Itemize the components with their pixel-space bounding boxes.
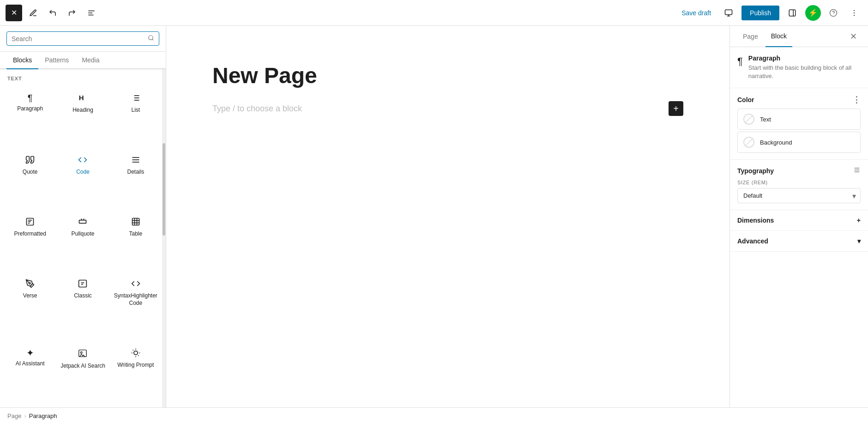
tools-button[interactable] — [25, 5, 42, 21]
block-item-ai-assistant[interactable]: ✦ AI Assistant — [5, 343, 55, 404]
tab-media[interactable]: Media — [75, 52, 106, 68]
block-label-writing-prompt: Writing Prompt — [117, 362, 154, 369]
block-label-details: Details — [127, 169, 144, 176]
code-icon — [78, 155, 87, 166]
breadcrumb: Page › Paragraph — [0, 407, 868, 424]
text-color-label: Text — [760, 116, 771, 123]
scroll-thumb[interactable] — [163, 143, 165, 236]
block-info-icon: ¶ — [737, 55, 743, 67]
block-item-list[interactable]: List — [110, 88, 161, 148]
search-icon — [148, 35, 154, 42]
page-title[interactable]: New Page — [212, 63, 683, 88]
block-label-jetpack-ai-search: Jetpack AI Search — [60, 363, 105, 370]
topbar-right: Save draft Publish ⚡ — [677, 5, 862, 21]
jetpack-icon: ⚡ — [808, 8, 818, 17]
search-bar — [0, 26, 166, 52]
publish-button[interactable]: Publish — [741, 6, 779, 20]
block-item-details[interactable]: Details — [110, 150, 161, 210]
block-item-classic[interactable]: Classic — [57, 273, 108, 341]
block-item-writing-prompt[interactable]: Writing Prompt — [110, 343, 161, 404]
redo-button[interactable] — [64, 5, 80, 21]
undo-button[interactable] — [44, 5, 61, 21]
right-panel: Page Block ✕ ¶ Paragraph Start with the … — [729, 26, 868, 407]
sidebar-toggle-button[interactable] — [784, 5, 801, 21]
svg-rect-29 — [79, 220, 86, 224]
block-info-name: Paragraph — [748, 55, 861, 62]
syntaxhighlighter-icon — [131, 279, 140, 290]
preformatted-icon — [25, 217, 35, 228]
color-row-text[interactable]: Text — [737, 109, 861, 130]
background-color-swatch[interactable] — [743, 137, 754, 148]
tab-patterns[interactable]: Patterns — [38, 52, 75, 68]
block-label-table: Table — [129, 230, 142, 238]
block-label-classic: Classic — [74, 292, 92, 300]
document-overview-button[interactable] — [83, 5, 100, 21]
left-panel: Blocks Patterns Media TEXT ¶ Paragraph H… — [0, 26, 166, 407]
block-item-table[interactable]: Table — [110, 212, 161, 272]
svg-point-43 — [134, 351, 138, 355]
placeholder-text: Type / to choose a block — [212, 104, 302, 114]
typography-options-button[interactable] — [853, 166, 861, 175]
canvas[interactable]: New Page Type / to choose a block + — [166, 26, 729, 407]
block-item-code[interactable]: Code — [57, 150, 108, 210]
block-label-code: Code — [76, 169, 90, 176]
tab-blocks[interactable]: Blocks — [6, 52, 38, 69]
text-color-swatch[interactable] — [743, 114, 754, 125]
block-label-list: List — [131, 107, 140, 114]
breadcrumb-paragraph[interactable]: Paragraph — [29, 412, 57, 419]
quote-icon — [25, 155, 35, 166]
block-item-pullquote[interactable]: Pullquote — [57, 212, 108, 272]
block-item-syntaxhighlighter[interactable]: SyntaxHighlighter Code — [110, 273, 161, 341]
color-section: Color ⋮ Text Background — [730, 88, 868, 160]
block-info: ¶ Paragraph Start with the basic buildin… — [730, 47, 868, 88]
help-button[interactable] — [826, 5, 841, 21]
add-block-button[interactable]: + — [669, 101, 683, 116]
block-item-verse[interactable]: Verse — [5, 273, 55, 341]
svg-line-47 — [138, 355, 139, 356]
table-icon — [131, 217, 140, 228]
right-panel-close-button[interactable]: ✕ — [846, 28, 861, 45]
paragraph-icon: ¶ — [28, 93, 33, 103]
block-label-quote: Quote — [23, 169, 38, 176]
preview-button[interactable] — [720, 5, 737, 21]
ai-assistant-icon: ✦ — [26, 348, 34, 357]
left-panel-scroll: TEXT ¶ Paragraph H Heading List — [0, 69, 166, 407]
search-input[interactable] — [12, 35, 144, 42]
close-button[interactable]: ✕ — [6, 5, 22, 21]
typography-header: Typography — [737, 166, 861, 175]
block-item-paragraph[interactable]: ¶ Paragraph — [5, 88, 55, 148]
tab-page[interactable]: Page — [737, 26, 764, 47]
block-item-jetpack-ai-search[interactable]: Jetpack AI Search — [57, 343, 108, 404]
svg-point-37 — [29, 283, 30, 284]
svg-rect-3 — [725, 10, 732, 15]
list-icon — [131, 93, 140, 104]
svg-line-46 — [133, 350, 133, 350]
more-options-button[interactable] — [846, 5, 862, 21]
color-row-background[interactable]: Background — [737, 132, 861, 153]
block-label-syntaxhighlighter: SyntaxHighlighter Code — [113, 292, 158, 307]
typography-icons — [853, 166, 861, 175]
block-item-quote[interactable]: Quote — [5, 150, 55, 210]
save-draft-button[interactable]: Save draft — [677, 6, 716, 19]
block-label-pullquote: Pullquote — [71, 230, 94, 238]
color-more-icon[interactable]: ⋮ — [852, 95, 861, 105]
advanced-section[interactable]: Advanced ▾ — [730, 231, 868, 252]
block-item-preformatted[interactable]: Preformatted — [5, 212, 55, 272]
size-label: SIZE (REM) — [737, 180, 861, 185]
advanced-chevron-icon[interactable]: ▾ — [857, 237, 861, 245]
svg-point-12 — [854, 15, 855, 16]
color-section-header[interactable]: Color ⋮ — [737, 95, 861, 105]
dimensions-title: Dimensions — [737, 217, 774, 224]
dimensions-add-icon[interactable]: + — [857, 217, 861, 224]
size-select[interactable]: Default Small Medium Large X-Large — [737, 188, 861, 203]
block-label-verse: Verse — [23, 292, 37, 300]
tab-block[interactable]: Block — [766, 26, 792, 47]
dimensions-section[interactable]: Dimensions + — [730, 210, 868, 231]
search-input-wrap — [6, 31, 159, 46]
block-item-heading[interactable]: H Heading — [57, 88, 108, 148]
scroll-track — [162, 69, 166, 407]
writing-prompt-icon — [131, 348, 140, 359]
jetpack-button[interactable]: ⚡ — [805, 5, 821, 21]
block-placeholder[interactable]: Type / to choose a block + — [212, 101, 683, 116]
breadcrumb-page[interactable]: Page — [7, 412, 21, 419]
